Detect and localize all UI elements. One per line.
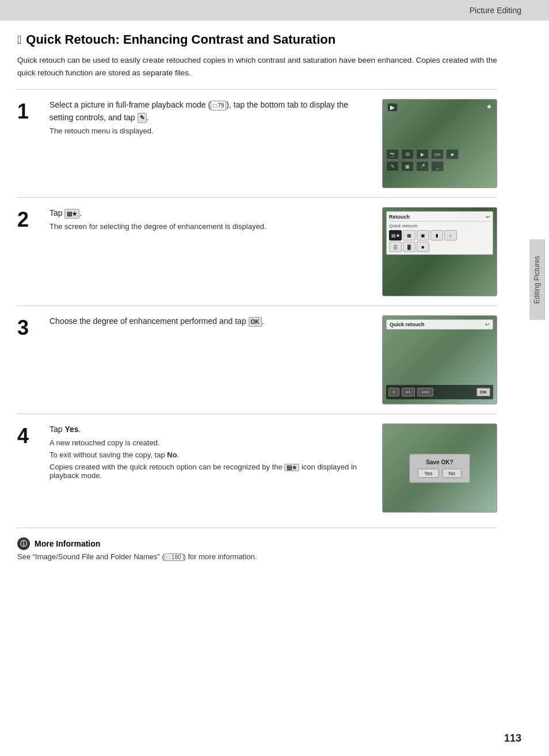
cam-icon-1: 📷	[386, 149, 399, 159]
step-1-image: ▶ ★ 📷 ☒ ▶ On ■ ✎ ▦ 🎤	[382, 99, 497, 188]
step-2-image: Retouch ↩ Quick retouch ▤★ ▦ ▣ ▮ ○ ▒ ▓	[382, 207, 497, 296]
enh-btn-2[interactable]: ++	[402, 388, 415, 396]
enh-btn-3[interactable]: +++	[417, 388, 433, 396]
main-content:  Quick Retouch: Enhancing Contrast and …	[0, 21, 525, 572]
playback-icon: ▶	[387, 103, 398, 112]
step-4-sub2: To exit without saving the copy, tap No.	[49, 450, 373, 459]
save-yes-button[interactable]: Yes	[418, 468, 439, 478]
step-4-row: 4 Tap Yes. A new retouched copy is creat…	[17, 414, 497, 522]
star-badge: ★	[486, 103, 492, 110]
step-1-row: 1 Select a picture in full-frame playbac…	[17, 89, 497, 197]
header-band: Picture Editing	[0, 0, 549, 21]
step-3-number: 3	[17, 315, 40, 338]
page-title-text: Quick Retouch: Enhancing Contrast and Sa…	[26, 32, 336, 47]
retouch-icons-row2: ▒ ▓ ■	[389, 242, 490, 252]
r-icon-6: ▒	[389, 242, 402, 252]
step1-ref: □ 79	[211, 101, 226, 111]
page-title:  Quick Retouch: Enhancing Contrast and …	[17, 32, 497, 47]
step4-no-label: No	[167, 450, 177, 459]
step1-overlay: ▶ ★ 📷 ☒ ▶ On ■ ✎ ▦ 🎤	[383, 100, 497, 188]
page-number: 113	[504, 732, 521, 744]
ok-button[interactable]: OK	[476, 387, 491, 397]
step-1-content: Select a picture in full-frame playback …	[49, 99, 373, 135]
step2-tap-icon: ▤★	[64, 209, 79, 219]
save-dialog: Save OK? Yes No	[409, 453, 470, 483]
save-no-button[interactable]: No	[443, 468, 462, 478]
step-2-text: Tap ▤★.	[49, 207, 373, 220]
r-icon-7: ▓	[403, 242, 415, 252]
cam-icon-7: ▦	[401, 161, 414, 171]
r-icon-1: ▤★	[389, 230, 402, 240]
step-4-text: Tap Yes.	[49, 423, 373, 436]
r-icon-5: ○	[444, 230, 457, 240]
enhancement-bar: + ++ +++ OK	[386, 385, 493, 399]
more-info-ref: □ 180	[165, 553, 184, 561]
cam-icon-8: 🎤	[416, 161, 429, 171]
back-icon: ↩	[486, 214, 490, 220]
step-3-row: 3 Choose the degree of enhancement perfo…	[17, 306, 497, 414]
step-4-sub1: A new retouched copy is created.	[49, 438, 373, 447]
more-info-title-text: More Information	[35, 539, 100, 548]
icon-row-1: 📷 ☒ ▶ On ■	[386, 149, 493, 159]
retouch-icons-row1: ▤★ ▦ ▣ ▮ ○	[389, 230, 490, 240]
more-info-text: See “Image/Sound File and Folder Names” …	[17, 552, 497, 561]
icon-row-2: ✎ ▦ 🎤 ⎯	[386, 161, 493, 171]
step-4-image: Save OK? Yes No	[382, 423, 497, 513]
bottom-icons: 📷 ☒ ▶ On ■ ✎ ▦ 🎤 ⎯	[383, 149, 497, 171]
retouch-sub: Quick retouch	[389, 223, 490, 228]
quick-panel-title: Quick retouch	[390, 322, 425, 327]
save-buttons: Yes No	[418, 468, 462, 478]
step-2-content: Tap ▤★. The screen for selecting the deg…	[49, 207, 373, 231]
cam-icon-6: ✎	[386, 161, 399, 171]
retouch-panel: Retouch ↩ Quick retouch ▤★ ▦ ▣ ▮ ○ ▒ ▓	[386, 211, 493, 255]
quick-back-icon: ↩	[485, 322, 490, 327]
more-info-icon: ⓘ	[17, 537, 30, 550]
step-1-sub: The retouch menu is displayed.	[49, 127, 373, 135]
step-4-sub3: Copies created with the quick retouch op…	[49, 463, 373, 480]
step-1-number: 1	[17, 99, 40, 122]
step4-yes-label: Yes	[64, 425, 78, 434]
step3-ok-icon: OK	[249, 317, 262, 327]
step-4-content: Tap Yes. A new retouched copy is created…	[49, 423, 373, 480]
r-icon-2: ▦	[403, 230, 415, 240]
r-icon-8: ■	[417, 242, 429, 252]
sidebar-label: Editing Pictures	[529, 239, 545, 320]
cam-icon-4: On	[431, 149, 444, 159]
step-2-number: 2	[17, 207, 40, 230]
intro-text: Quick retouch can be used to easily crea…	[17, 54, 497, 79]
cam-icon-9: ⎯	[431, 161, 444, 171]
r-icon-3: ▣	[417, 230, 429, 240]
page: Picture Editing Editing Pictures  Quick…	[0, 0, 549, 756]
retouch-title-bar: Retouch ↩	[389, 214, 490, 222]
step-3-text: Choose the degree of enhancement perform…	[49, 315, 373, 328]
retouch-title: Retouch	[389, 214, 410, 220]
step4-retouch-badge: ▤★	[284, 464, 299, 471]
save-ok-label: Save OK?	[418, 459, 462, 465]
step1-edit-icon: ✎	[138, 113, 147, 123]
right-sidebar: Editing Pictures	[525, 21, 549, 539]
cam-icon-3: ▶	[416, 149, 429, 159]
step-1-text: Select a picture in full-frame playback …	[49, 99, 373, 124]
step-2-row: 2 Tap ▤★. The screen for selecting the d…	[17, 197, 497, 306]
quick-retouch-icon: 	[17, 33, 21, 47]
step-2-sub: The screen for selecting the degree of e…	[49, 222, 373, 231]
step-3-image: Quick retouch ↩ + ++ +++ OK	[382, 315, 497, 404]
step-3-content: Choose the degree of enhancement perform…	[49, 315, 373, 330]
quick-panel: Quick retouch ↩	[386, 319, 493, 330]
r-icon-4: ▮	[430, 230, 443, 240]
header-title: Picture Editing	[470, 6, 521, 15]
bottom-info: ⓘ More Information See “Image/Sound File…	[17, 528, 497, 561]
enh-btn-1[interactable]: +	[388, 388, 399, 396]
more-info-title: ⓘ More Information	[17, 537, 497, 550]
cam-icon-5: ■	[446, 149, 459, 159]
cam-icon-2: ☒	[401, 149, 414, 159]
step-4-number: 4	[17, 423, 40, 446]
